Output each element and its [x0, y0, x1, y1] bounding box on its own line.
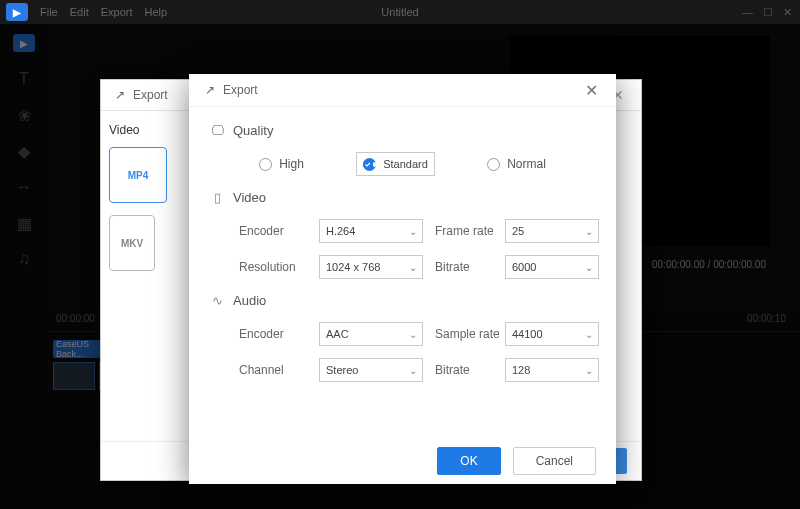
menu-file[interactable]: File — [40, 6, 58, 18]
video-framerate-select[interactable]: 25⌄ — [505, 219, 599, 243]
chevron-down-icon: ⌄ — [409, 262, 417, 273]
audio-samplerate-label: Sample rate — [435, 327, 493, 341]
video-framerate-label: Frame rate — [435, 224, 493, 238]
chevron-down-icon: ⌄ — [585, 329, 593, 340]
transition-tool-icon[interactable]: ↔ — [15, 178, 33, 196]
export-tab-video[interactable]: Video — [109, 123, 181, 137]
timeline-tick: 00:00:10 — [747, 313, 786, 324]
minimize-icon[interactable]: — — [742, 6, 753, 19]
quality-normal-radio[interactable]: Normal — [487, 152, 546, 176]
export-panel-title: Export — [133, 88, 168, 102]
media-tool-icon[interactable]: ▶ — [13, 34, 35, 52]
waveform-icon: ∿ — [209, 294, 225, 308]
tool-sidebar: ▶ T ❀ ◆ ↔ ▦ ♫ — [0, 24, 48, 509]
text-tool-icon[interactable]: T — [15, 70, 33, 88]
audio-encoder-select[interactable]: AAC⌄ — [319, 322, 423, 346]
audio-channel-select[interactable]: Stereo⌄ — [319, 358, 423, 382]
audio-samplerate-select[interactable]: 44100⌄ — [505, 322, 599, 346]
filmstrip-tool-icon[interactable]: ▦ — [15, 214, 33, 232]
quality-normal-label: Normal — [507, 157, 546, 171]
cancel-button[interactable]: Cancel — [513, 447, 596, 475]
clip-thumbnail[interactable] — [53, 362, 95, 390]
video-section-label: Video — [233, 190, 266, 205]
timeline-tick: 00:00:00 — [56, 313, 95, 324]
video-encoder-select[interactable]: H.264⌄ — [319, 219, 423, 243]
menu-edit[interactable]: Edit — [70, 6, 89, 18]
layers-tool-icon[interactable]: ◆ — [15, 142, 33, 160]
format-mkv[interactable]: MKV — [109, 215, 155, 271]
maximize-icon[interactable]: ☐ — [763, 6, 773, 19]
export-back-icon: ↗ — [115, 88, 125, 102]
monitor-icon: 🖵 — [209, 124, 225, 138]
app-logo: ▶ — [6, 3, 28, 21]
quality-standard-label: Standard — [383, 158, 428, 170]
video-resolution-label: Resolution — [239, 260, 307, 274]
dialog-title: Export — [223, 83, 258, 97]
close-icon[interactable]: ✕ — [582, 81, 600, 99]
effects-tool-icon[interactable]: ❀ — [15, 106, 33, 124]
quality-section-label: Quality — [233, 123, 273, 138]
film-icon: ▯ — [209, 191, 225, 205]
audio-bitrate-select[interactable]: 128⌄ — [505, 358, 599, 382]
menu-export[interactable]: Export — [101, 6, 133, 18]
export-settings-dialog: ↗ Export ✕ 🖵 Quality High — [189, 74, 616, 484]
quality-high-label: High — [279, 157, 304, 171]
chevron-down-icon: ⌄ — [409, 365, 417, 376]
chevron-down-icon: ⌄ — [409, 329, 417, 340]
chevron-down-icon: ⌄ — [585, 365, 593, 376]
close-window-icon[interactable]: ✕ — [783, 6, 792, 19]
export-icon: ↗ — [205, 83, 215, 97]
video-resolution-select[interactable]: 1024 x 768⌄ — [319, 255, 423, 279]
chevron-down-icon: ⌄ — [585, 226, 593, 237]
menu-help[interactable]: Help — [145, 6, 168, 18]
quality-high-radio[interactable]: High — [259, 152, 304, 176]
audio-bitrate-label: Bitrate — [435, 363, 493, 377]
ok-button[interactable]: OK — [437, 447, 500, 475]
quality-standard-radio[interactable]: Standard — [356, 152, 435, 176]
music-tool-icon[interactable]: ♫ — [15, 250, 33, 268]
chevron-down-icon: ⌄ — [585, 262, 593, 273]
titlebar: ▶ File Edit Export Help Untitled — ☐ ✕ — [0, 0, 800, 24]
video-bitrate-select[interactable]: 6000⌄ — [505, 255, 599, 279]
audio-channel-label: Channel — [239, 363, 307, 377]
video-bitrate-label: Bitrate — [435, 260, 493, 274]
audio-section-label: Audio — [233, 293, 266, 308]
format-mp4[interactable]: MP4 — [109, 147, 167, 203]
audio-encoder-label: Encoder — [239, 327, 307, 341]
chevron-down-icon: ⌄ — [409, 226, 417, 237]
timecode-display: 00:00:00.00 / 00:00:00.00 — [652, 259, 766, 270]
video-encoder-label: Encoder — [239, 224, 307, 238]
